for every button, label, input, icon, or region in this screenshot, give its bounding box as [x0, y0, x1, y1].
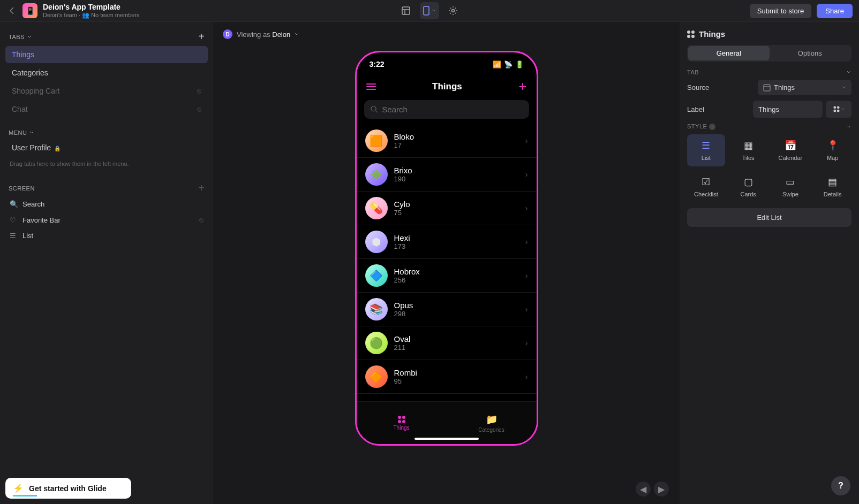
- sidebar-tab-chat[interactable]: Chat⦸: [5, 101, 208, 118]
- list-item[interactable]: 🔶 Rombi 95 ›: [357, 360, 537, 394]
- back-button[interactable]: [6, 5, 17, 16]
- get-started-card[interactable]: ⚡ Get started with Glide: [5, 478, 131, 499]
- item-name: Bloko: [394, 132, 525, 141]
- table-icon: [763, 84, 771, 91]
- submit-button[interactable]: Submit to store: [750, 4, 811, 18]
- hamburger-button[interactable]: [366, 83, 376, 90]
- item-avatar: 🔶: [365, 365, 388, 388]
- chevron-down-icon: [846, 124, 852, 129]
- canvas: D Viewing as Deion 3:22 📶 📡 🔋 Things +: [213, 22, 680, 504]
- item-avatar: 🔷: [365, 264, 388, 287]
- heart-icon: ♡: [10, 216, 17, 224]
- tab-options[interactable]: Options: [770, 46, 851, 60]
- help-button[interactable]: ?: [831, 476, 850, 495]
- item-name: Hexi: [394, 233, 525, 242]
- settings-button[interactable]: [443, 2, 463, 19]
- item-avatar: 📚: [365, 298, 388, 320]
- tab-general[interactable]: General: [688, 46, 770, 60]
- style-checklist[interactable]: ☑Checklist: [687, 171, 725, 203]
- label-label: Label: [687, 105, 704, 113]
- hidden-icon: ⦸: [197, 105, 201, 113]
- add-screen-button[interactable]: +: [198, 182, 205, 194]
- sidebar-tab-shopping-cart[interactable]: Shopping Cart⦸: [5, 82, 208, 100]
- item-count: 75: [394, 209, 525, 217]
- source-select[interactable]: Things: [758, 80, 852, 95]
- undo-button[interactable]: ◀: [636, 482, 651, 497]
- search-input[interactable]: [382, 105, 522, 114]
- hidden-icon: ⦸: [199, 216, 204, 224]
- data-view-button[interactable]: [396, 2, 416, 19]
- menu-hint: Drag tabs here to show them in the left …: [3, 157, 210, 170]
- style-swipe[interactable]: ▭Swipe: [772, 171, 810, 203]
- style-section-header[interactable]: STYLE i: [687, 123, 852, 130]
- item-name: Cylo: [394, 200, 525, 209]
- user-avatar: D: [223, 29, 232, 39]
- phone-preview: 3:22 📶 📡 🔋 Things + 🟧 Bloko: [355, 51, 538, 446]
- chevron-down-icon: [27, 35, 32, 39]
- style-map[interactable]: 📍Map: [813, 134, 852, 166]
- style-tiles[interactable]: ▦Tiles: [729, 134, 767, 166]
- signal-icon: 📶: [493, 60, 501, 68]
- screen-item-list[interactable]: ☰List: [3, 228, 210, 243]
- list-item[interactable]: 🟢 Oval 211 ›: [357, 326, 537, 360]
- sidebar-tab-categories[interactable]: Categories: [5, 64, 208, 81]
- chevron-right-icon: ›: [525, 372, 528, 381]
- list-item[interactable]: 🔷 Hobrox 256 ›: [357, 259, 537, 293]
- style-calendar[interactable]: 📅Calendar: [772, 134, 810, 166]
- item-name: Oval: [394, 334, 525, 343]
- add-item-button[interactable]: +: [518, 78, 526, 95]
- list-item[interactable]: 📚 Opus 298 ›: [357, 293, 537, 326]
- style-details[interactable]: ▤Details: [813, 171, 852, 203]
- redo-button[interactable]: ▶: [654, 482, 669, 497]
- list-item[interactable]: 💊 Cylo 75 ›: [357, 192, 537, 225]
- tab-section-header[interactable]: TAB: [687, 69, 852, 75]
- share-button[interactable]: Share: [817, 4, 853, 18]
- folder-icon: 📁: [486, 414, 498, 425]
- status-bar: 3:22 📶 📡 🔋: [357, 52, 537, 76]
- inspector-title: Things: [687, 29, 852, 39]
- viewing-as-selector[interactable]: D Viewing as Deion: [213, 22, 308, 47]
- phone-tabbar: Things📁Categories: [357, 401, 537, 444]
- list-item[interactable]: 🟧 Bloko 17 ›: [357, 124, 537, 158]
- wifi-icon: 📡: [504, 60, 513, 68]
- chevron-right-icon: ›: [525, 238, 528, 246]
- search-icon: [371, 105, 378, 113]
- tiles-icon: ▦: [744, 140, 753, 151]
- list-item[interactable]: ⬢ Hexi 173 ›: [357, 225, 537, 259]
- screen-section-label: SCREEN: [9, 185, 35, 192]
- item-count: 95: [394, 377, 525, 385]
- svg-point-5: [371, 106, 375, 111]
- home-indicator: [415, 438, 479, 440]
- undo-redo-controls: ◀ ▶: [636, 482, 669, 497]
- tabs-section-label[interactable]: TABS: [9, 34, 32, 40]
- svg-rect-7: [764, 85, 770, 91]
- add-tab-button[interactable]: +: [198, 30, 205, 43]
- item-avatar: 🟧: [365, 129, 388, 152]
- style-list[interactable]: ☰List: [687, 134, 725, 166]
- sidebar-tab-things[interactable]: Things: [5, 46, 208, 63]
- chevron-down-icon: [29, 131, 34, 135]
- svg-line-6: [375, 111, 378, 113]
- menu-item-user-profile[interactable]: User Profile🔒: [5, 139, 208, 156]
- item-count: 190: [394, 175, 525, 183]
- swipe-icon: ▭: [786, 176, 795, 188]
- tiles-icon: [687, 30, 695, 38]
- status-time: 3:22: [370, 60, 385, 68]
- search-bar[interactable]: [364, 100, 529, 119]
- label-input[interactable]: [753, 101, 823, 118]
- battery-icon: 🔋: [515, 60, 524, 68]
- app-title: Deion's App Template: [43, 3, 140, 12]
- tiles-icon: [398, 416, 405, 423]
- screen-item-search[interactable]: 🔍Search: [3, 196, 210, 212]
- style-cards[interactable]: ▢Cards: [729, 171, 767, 203]
- chevron-right-icon: ›: [525, 271, 528, 280]
- label-icon-picker[interactable]: [826, 101, 852, 118]
- menu-section-label[interactable]: MENU: [9, 129, 34, 136]
- item-name: Hobrox: [394, 267, 525, 276]
- chevron-right-icon: ›: [525, 305, 528, 314]
- svg-point-4: [452, 10, 455, 12]
- edit-list-button[interactable]: Edit List: [687, 208, 852, 227]
- list-item[interactable]: ✳️ Brixo 190 ›: [357, 158, 537, 192]
- screen-item-favorite-bar[interactable]: ♡Favorite Bar⦸: [3, 212, 210, 228]
- phone-view-button[interactable]: [420, 2, 439, 19]
